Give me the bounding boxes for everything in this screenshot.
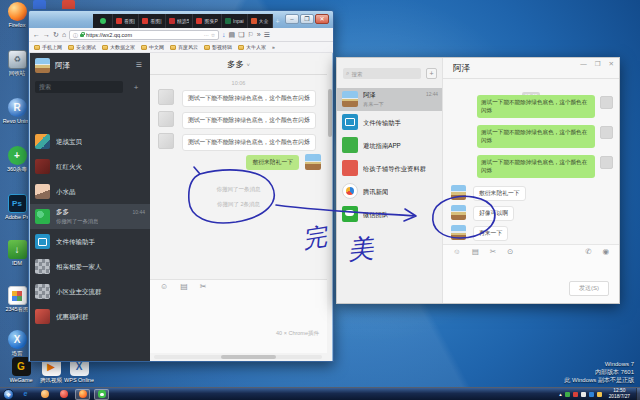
list-item-selected[interactable]: 阿泽 12:44 再来一下	[337, 88, 442, 111]
avatar[interactable]	[451, 205, 466, 220]
sidebar-icon[interactable]: ❏	[238, 31, 244, 39]
send-button[interactable]: 发送(S)	[569, 281, 609, 296]
avatar[interactable]	[305, 154, 321, 170]
new-tab-button[interactable]: +	[273, 14, 283, 28]
list-item[interactable]: 腾讯新闻	[337, 180, 442, 203]
site-info-icon[interactable]: ⓘ	[73, 32, 78, 38]
scroll-thumb[interactable]	[328, 89, 332, 137]
emoji-icon[interactable]: ☺	[453, 247, 461, 256]
tab-wechat-pinned[interactable]	[93, 14, 113, 28]
add-chat-button[interactable]: +	[426, 68, 437, 79]
browser-tab[interactable]: 图集P	[193, 14, 221, 28]
tray-icon-network[interactable]	[589, 392, 594, 397]
show-desktop-button[interactable]	[636, 388, 640, 400]
bookmark-item[interactable]: 大牛人家	[238, 44, 266, 50]
list-item[interactable]: 避坑指南APP	[337, 134, 442, 157]
minimize-button[interactable]: ‒	[285, 14, 299, 24]
list-item[interactable]: 文件传输助手	[337, 111, 442, 134]
avatar[interactable]	[600, 156, 613, 169]
search-input[interactable]	[351, 71, 418, 77]
screenshot-icon[interactable]: ✂	[490, 247, 496, 256]
menu-icon[interactable]: ☰	[264, 31, 270, 39]
taskbar-wechat-active[interactable]	[94, 389, 109, 400]
avatar[interactable]	[451, 185, 466, 200]
search-box[interactable]: ⌕	[343, 68, 421, 79]
back-button[interactable]: ←	[33, 31, 40, 38]
screenshot-icon[interactable]: ⚐	[248, 31, 254, 39]
list-item[interactable]: 逆战宝贝	[30, 129, 150, 154]
scroll-thumb[interactable]	[221, 355, 276, 359]
search-input[interactable]	[35, 81, 123, 93]
reader-icon[interactable]: ⋯	[204, 32, 209, 38]
browser-tab[interactable]: 大全	[248, 14, 273, 28]
library-icon[interactable]: ▤	[229, 31, 236, 39]
bookmark-item[interactable]: 影视特辑	[204, 44, 232, 50]
avatar[interactable]	[600, 96, 613, 109]
browser-titlebar[interactable]: 看图| 看图| 精选5 图集P Inpai 大全 + ˅ ‒ ❐ ✕	[29, 11, 333, 28]
taskbar-media-player[interactable]	[37, 389, 52, 400]
overflow-icon[interactable]: »	[257, 31, 261, 38]
bookmark-star-icon[interactable]: ☆	[211, 32, 215, 38]
list-item[interactable]: 文件传输助手	[30, 229, 150, 254]
list-item[interactable]: 优惠福利群	[30, 304, 150, 329]
tray-expand-icon[interactable]: ▴	[559, 391, 562, 397]
home-button[interactable]: ⌂	[62, 31, 66, 38]
list-item[interactable]: 相亲相爱一家人	[30, 254, 150, 279]
screenshot-icon[interactable]: ✂	[200, 282, 207, 291]
message-bubble: 敷衍来陪礼一下	[473, 186, 526, 201]
forward-button[interactable]: →	[43, 31, 50, 38]
avatar[interactable]	[451, 225, 466, 240]
bookmark-item[interactable]: 安全测试	[68, 44, 96, 50]
bookmark-item[interactable]: 百度风云	[170, 44, 198, 50]
horizontal-scrollbar[interactable]	[154, 355, 322, 359]
list-item[interactable]: 小水晶	[30, 179, 150, 204]
url-bar[interactable]: ⓘ https://wx2.qq.com ⋯ ☆	[69, 30, 219, 40]
browser-tab[interactable]: 看图|	[113, 14, 139, 28]
message-input-area[interactable]	[150, 293, 327, 353]
avatar[interactable]	[158, 133, 174, 149]
bookmark-item[interactable]: 手机上网	[34, 44, 62, 50]
browser-tab[interactable]: 精选5	[166, 14, 194, 28]
emoji-icon[interactable]: ☺	[160, 282, 168, 291]
browser-tab[interactable]: 看图|	[139, 14, 165, 28]
taskbar-app-red[interactable]	[56, 389, 71, 400]
avatar[interactable]	[600, 126, 613, 139]
upload-icon[interactable]: ▤	[180, 282, 188, 291]
bookmarks-overflow[interactable]: »	[272, 44, 275, 50]
list-item[interactable]: 红红火火	[30, 154, 150, 179]
tray-icon-volume[interactable]	[581, 392, 586, 397]
video-call-icon[interactable]: ◉	[602, 247, 609, 256]
avatar[interactable]	[158, 89, 174, 105]
maximize-button[interactable]: ❐	[595, 60, 601, 68]
tray-icon-qq[interactable]	[597, 392, 602, 397]
list-item[interactable]: 给孩子辅导作业资料群	[337, 157, 442, 180]
close-button[interactable]: ✕	[315, 14, 329, 24]
avatar[interactable]	[35, 58, 50, 73]
url-text[interactable]: https://wx2.qq.com	[86, 32, 202, 38]
avatar[interactable]	[158, 111, 174, 127]
bookmark-item[interactable]: 大数据之家	[102, 44, 135, 50]
taskbar-ie[interactable]: e	[18, 389, 33, 400]
reload-button[interactable]: ↻	[53, 31, 59, 39]
minimize-button[interactable]: —	[580, 60, 587, 68]
downloads-icon[interactable]: ↓	[222, 31, 226, 38]
start-button[interactable]: ❖	[3, 389, 14, 400]
add-friend-icon[interactable]: +	[130, 82, 142, 93]
voice-call-icon[interactable]: ✆	[585, 247, 591, 256]
file-icon[interactable]: ▤	[472, 247, 479, 256]
taskbar-clock[interactable]: 12:50 2018/7/27	[609, 388, 630, 400]
list-item-selected[interactable]: 多多 10:44 你撤回了一条消息	[30, 204, 150, 229]
menu-icon[interactable]: ☰	[136, 61, 142, 69]
tray-icon-red[interactable]	[573, 392, 578, 397]
chevron-down-icon[interactable]: ˅	[246, 62, 250, 68]
bookmark-item[interactable]: 中文网	[141, 44, 164, 50]
browser-tab[interactable]: Inpai	[222, 14, 248, 28]
close-button[interactable]: ✕	[609, 60, 614, 68]
tray-icon-green[interactable]	[565, 392, 570, 397]
maximize-button[interactable]: ❐	[300, 14, 314, 24]
vertical-scrollbar[interactable]	[328, 75, 332, 351]
list-item[interactable]: 微信团队	[337, 203, 442, 226]
list-item[interactable]: 小区业主交流群	[30, 279, 150, 304]
chat-history-icon[interactable]: ⊙	[507, 247, 513, 256]
taskbar-firefox-active[interactable]	[75, 389, 90, 400]
